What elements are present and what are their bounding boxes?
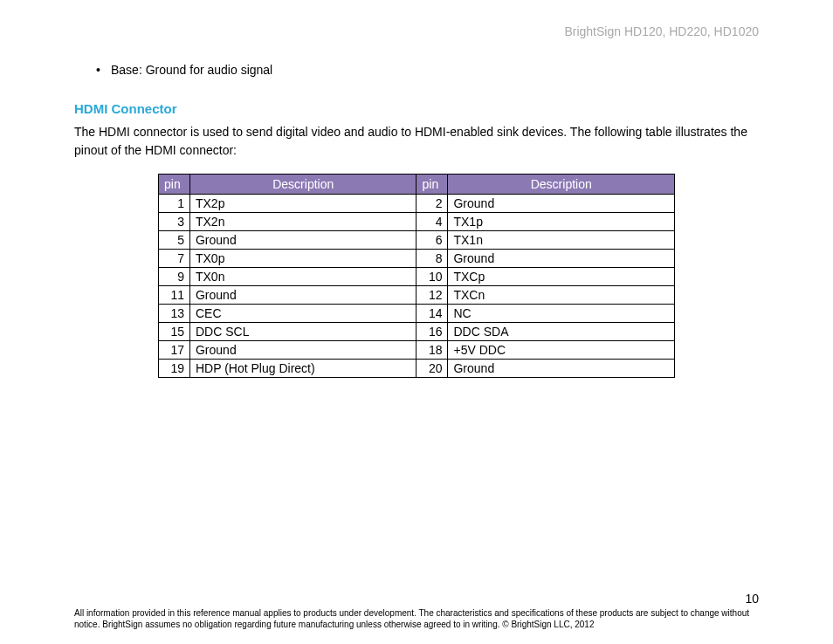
pin-cell: 16 <box>416 323 448 341</box>
table-row: 5Ground6TX1n <box>159 231 675 250</box>
desc-cell: TXCn <box>448 286 675 305</box>
desc-cell: TX0n <box>189 268 416 286</box>
header-product-line: BrightSign HD120, HD220, HD1020 <box>74 24 759 38</box>
footer-disclaimer: All information provided in this referen… <box>74 607 759 630</box>
desc-cell: TXCp <box>448 268 675 286</box>
table-row: 9TX0n10TXCp <box>159 268 675 286</box>
table-row: 7TX0p8Ground <box>159 250 675 268</box>
table-row: 15DDC SCL16DDC SDA <box>159 323 675 341</box>
pin-cell: 18 <box>416 341 448 360</box>
desc-cell: Ground <box>189 341 416 360</box>
pin-cell: 5 <box>159 231 190 250</box>
pin-cell: 17 <box>159 341 190 360</box>
pin-cell: 12 <box>416 286 448 305</box>
footer-area: 10 All information provided in this refe… <box>74 592 759 630</box>
table-row: 11Ground12TXCn <box>159 286 675 305</box>
desc-cell: NC <box>448 305 675 323</box>
hdmi-pinout-table: pin Description pin Description 1TX2p2Gr… <box>158 174 675 378</box>
table-header-pin-left: pin <box>159 175 190 195</box>
desc-cell: TX0p <box>189 250 416 268</box>
page-number: 10 <box>74 592 759 606</box>
desc-cell: DDC SDA <box>448 323 675 341</box>
table-header-pin-right: pin <box>416 175 448 195</box>
section-body-hdmi: The HDMI connector is used to send digit… <box>74 123 759 160</box>
desc-cell: Ground <box>448 250 675 268</box>
table-row: 17Ground18+5V DDC <box>159 341 675 360</box>
desc-cell: Ground <box>189 231 416 250</box>
pin-cell: 14 <box>416 305 448 323</box>
pin-cell: 6 <box>416 231 448 250</box>
pin-cell: 19 <box>159 360 190 378</box>
pin-cell: 11 <box>159 286 190 305</box>
table-header-row: pin Description pin Description <box>159 175 675 195</box>
table-row: 13CEC14NC <box>159 305 675 323</box>
table-row: 3TX2n4TX1p <box>159 213 675 231</box>
desc-cell: CEC <box>189 305 416 323</box>
pin-cell: 15 <box>159 323 190 341</box>
table-header-desc-left: Description <box>189 175 416 195</box>
section-heading-hdmi: HDMI Connector <box>74 101 759 116</box>
pin-cell: 3 <box>159 213 190 231</box>
desc-cell: TX1n <box>448 231 675 250</box>
table-header-desc-right: Description <box>448 175 675 195</box>
bullet-base-ground: Base: Ground for audio signal <box>111 63 759 77</box>
pin-cell: 2 <box>416 195 448 213</box>
table-row: 1TX2p2Ground <box>159 195 675 213</box>
desc-cell: +5V DDC <box>448 341 675 360</box>
desc-cell: HDP (Hot Plug Direct) <box>189 360 416 378</box>
desc-cell: Ground <box>448 195 675 213</box>
pin-cell: 7 <box>159 250 190 268</box>
pin-cell: 9 <box>159 268 190 286</box>
pin-cell: 13 <box>159 305 190 323</box>
pin-cell: 8 <box>416 250 448 268</box>
desc-cell: Ground <box>448 360 675 378</box>
pin-cell: 10 <box>416 268 448 286</box>
desc-cell: Ground <box>189 286 416 305</box>
desc-cell: TX2p <box>189 195 416 213</box>
desc-cell: TX2n <box>189 213 416 231</box>
pin-cell: 1 <box>159 195 190 213</box>
table-body: 1TX2p2Ground3TX2n4TX1p5Ground6TX1n7TX0p8… <box>159 195 675 378</box>
desc-cell: DDC SCL <box>189 323 416 341</box>
desc-cell: TX1p <box>448 213 675 231</box>
table-row: 19HDP (Hot Plug Direct)20Ground <box>159 360 675 378</box>
pin-cell: 4 <box>416 213 448 231</box>
pin-cell: 20 <box>416 360 448 378</box>
